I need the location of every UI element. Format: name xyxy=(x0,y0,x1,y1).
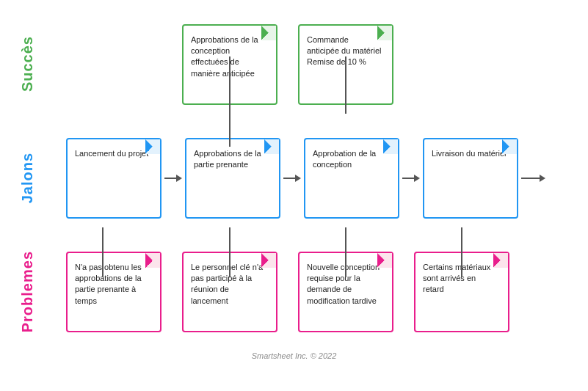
end-line xyxy=(521,178,540,179)
success-card-2-text: Commande anticipée du matériel Remise de… xyxy=(307,34,385,68)
jalon-card-3: Approbation de la conception xyxy=(304,138,399,219)
connector-1 xyxy=(164,175,182,182)
connector-3 xyxy=(402,175,420,182)
probleme-card-1-text: N'a pas obtenu les approbations de la pa… xyxy=(75,262,153,307)
probleme-card-4: Certains matériaux sont arrivés en retar… xyxy=(414,252,509,332)
jalons-row: Jalons Lancement du projet Approbations … xyxy=(0,121,588,235)
connector-end xyxy=(521,175,545,182)
problemes-cards-row: N'a pas obtenu les approbations de la pa… xyxy=(66,252,509,332)
probleme-card-4-text: Certains matériaux sont arrivés en retar… xyxy=(423,262,501,296)
jalons-label-col: Jalons xyxy=(0,121,55,235)
connector-2 xyxy=(283,175,301,182)
jalon-card-2: Approbations de la partie prenante xyxy=(185,138,280,219)
jalon-card-4-text: Livraison du matériel xyxy=(432,148,509,159)
footer-text: Smartsheet Inc. © 2022 xyxy=(252,351,337,360)
jalon-card-1-text: Lancement du projet xyxy=(75,148,151,159)
diagram-container: Succès Approbations de la conception eff… xyxy=(0,0,588,391)
success-row: Succès Approbations de la conception eff… xyxy=(0,7,588,121)
problemes-label-col: Problemes xyxy=(0,235,55,348)
problemes-label: Problemes xyxy=(19,251,36,332)
success-card-1: Approbations de la conception effectuées… xyxy=(182,24,277,105)
connector-3-head xyxy=(414,175,420,182)
connector-1-line xyxy=(164,178,176,179)
probleme-card-2-text: Le personnel clé n'a pas participé à la … xyxy=(191,262,269,307)
connector-2-head xyxy=(295,175,301,182)
connector-1-head xyxy=(176,175,182,182)
success-card-1-text: Approbations de la conception effectuées… xyxy=(191,34,269,80)
probleme-card-1: N'a pas obtenu les approbations de la pa… xyxy=(66,252,161,332)
jalons-label: Jalons xyxy=(19,153,36,203)
jalon-card-2-text: Approbations de la partie prenante xyxy=(194,148,272,171)
jalons-cards-area: Lancement du projet Approbations de la p… xyxy=(55,138,588,219)
jalon-card-3-text: Approbation de la conception xyxy=(313,148,391,171)
footer: Smartsheet Inc. © 2022 xyxy=(0,348,588,363)
probleme-card-2: Le personnel clé n'a pas participé à la … xyxy=(182,252,277,332)
success-cards-area: Approbations de la conception effectuées… xyxy=(55,24,588,105)
success-label: Succès xyxy=(19,36,36,92)
success-label-col: Succès xyxy=(0,7,55,121)
jalon-card-4: Livraison du matériel xyxy=(423,138,518,219)
problemes-cards-area: N'a pas obtenu les approbations de la pa… xyxy=(55,252,588,332)
connector-3-line xyxy=(402,178,414,179)
probleme-card-3-text: Nouvelle conception requise pour la dema… xyxy=(307,262,385,307)
jalons-cards-row: Lancement du projet Approbations de la p… xyxy=(66,138,548,219)
connector-2-line xyxy=(283,178,295,179)
jalon-card-1: Lancement du projet xyxy=(66,138,161,219)
probleme-card-3: Nouvelle conception requise pour la dema… xyxy=(298,252,393,332)
problemes-row: Problemes N'a pas obtenu les approbation… xyxy=(0,235,588,348)
success-card-2: Commande anticipée du matériel Remise de… xyxy=(298,24,393,105)
end-head xyxy=(540,175,545,182)
